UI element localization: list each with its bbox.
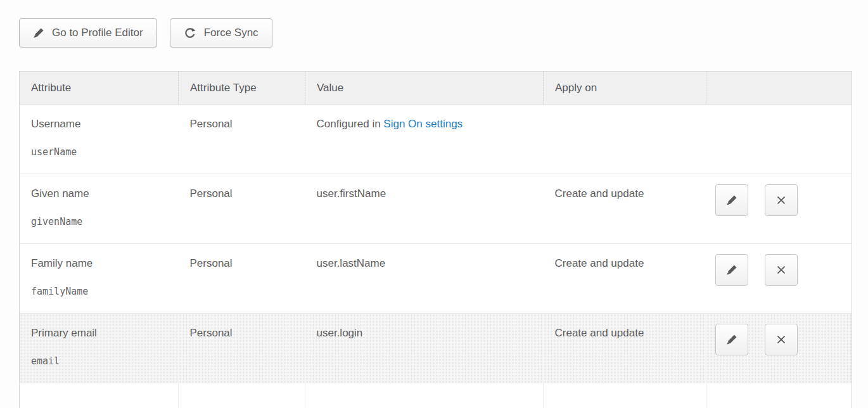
table-row: Family name familyName Personal user.las… — [20, 244, 852, 314]
edit-attribute-button[interactable] — [715, 254, 748, 286]
attribute-type-cell: Personal — [179, 244, 305, 314]
table-row: Primary email email Personal user.login … — [20, 314, 852, 383]
value-text: user.lastName — [317, 257, 386, 269]
table-body: Username userName Personal Configured in… — [20, 105, 852, 408]
value-text: Configured in — [317, 118, 384, 130]
attribute-type-cell: Personal — [179, 174, 305, 244]
column-header-value: Value — [305, 72, 544, 105]
value-text: user.login — [317, 327, 363, 339]
value-text: user.firstName — [317, 188, 386, 200]
attribute-label: Given name — [31, 186, 179, 201]
value-cell: user.firstName — [305, 174, 544, 244]
pencil-icon — [726, 334, 737, 345]
sign-on-settings-link[interactable]: Sign On settings — [383, 118, 463, 130]
close-icon — [775, 264, 787, 276]
attribute-cell: Family name familyName — [20, 244, 179, 314]
close-icon — [775, 194, 787, 206]
attribute-label: Family name — [31, 256, 179, 271]
edit-attribute-button[interactable] — [715, 324, 748, 355]
value-cell: Configured in Sign On settings — [305, 105, 544, 174]
column-header-attribute-type: Attribute Type — [179, 72, 305, 105]
apply-on: Create and update — [555, 186, 706, 201]
attribute-code: givenName — [31, 214, 179, 229]
attribute-label: Username — [31, 117, 179, 132]
attribute-cell: Username userName — [20, 105, 179, 174]
attribute-type: Personal — [190, 326, 305, 341]
attribute-type: Personal — [190, 117, 305, 132]
actions-cell — [706, 314, 852, 383]
attribute-cell: Primary email email — [20, 314, 179, 383]
column-header-actions — [706, 72, 852, 105]
refresh-icon — [184, 27, 196, 39]
apply-on: Create and update — [555, 326, 706, 341]
actions-cell — [706, 105, 852, 174]
actions-cell — [706, 244, 852, 314]
apply-on-cell: Create and update — [544, 244, 706, 314]
attribute-type: Personal — [190, 186, 305, 201]
toolbar: Go to Profile Editor Force Sync — [19, 18, 272, 48]
go-to-profile-editor-button[interactable]: Go to Profile Editor — [19, 18, 157, 48]
table-row: Given name givenName Personal user.first… — [20, 174, 852, 244]
attribute-cell: Given name givenName — [20, 174, 179, 244]
apply-on: Create and update — [555, 256, 706, 271]
attribute-code: userName — [31, 144, 179, 160]
delete-attribute-button[interactable] — [765, 324, 798, 355]
attribute-code: familyName — [31, 284, 179, 299]
table-row-partial — [20, 383, 852, 408]
pencil-icon — [33, 27, 44, 39]
table-row: Username userName Personal Configured in… — [20, 105, 852, 174]
attribute-mappings-table: Attribute Attribute Type Value Apply on … — [19, 71, 852, 408]
column-header-attribute: Attribute — [20, 72, 179, 105]
pencil-icon — [726, 194, 737, 206]
actions-cell — [706, 174, 852, 244]
attribute-label: Primary email — [31, 326, 179, 341]
table-header-row: Attribute Attribute Type Value Apply on — [20, 72, 852, 105]
close-icon — [775, 334, 787, 345]
pencil-icon — [726, 264, 737, 276]
attribute-type-cell: Personal — [179, 314, 305, 383]
attribute-type-cell: Personal — [179, 105, 305, 174]
attribute-code: email — [31, 354, 179, 369]
delete-attribute-button[interactable] — [765, 254, 798, 286]
column-header-apply-on: Apply on — [544, 72, 706, 105]
force-sync-button[interactable]: Force Sync — [170, 18, 272, 48]
edit-attribute-button[interactable] — [715, 184, 748, 216]
go-to-profile-editor-label: Go to Profile Editor — [52, 27, 143, 39]
attribute-type: Personal — [190, 256, 305, 271]
apply-on-cell — [544, 105, 706, 174]
force-sync-label: Force Sync — [204, 27, 258, 39]
apply-on-cell: Create and update — [544, 174, 706, 244]
value-cell: user.lastName — [305, 244, 544, 314]
value-cell: user.login — [305, 314, 544, 383]
delete-attribute-button[interactable] — [765, 184, 798, 216]
apply-on-cell: Create and update — [544, 314, 706, 383]
